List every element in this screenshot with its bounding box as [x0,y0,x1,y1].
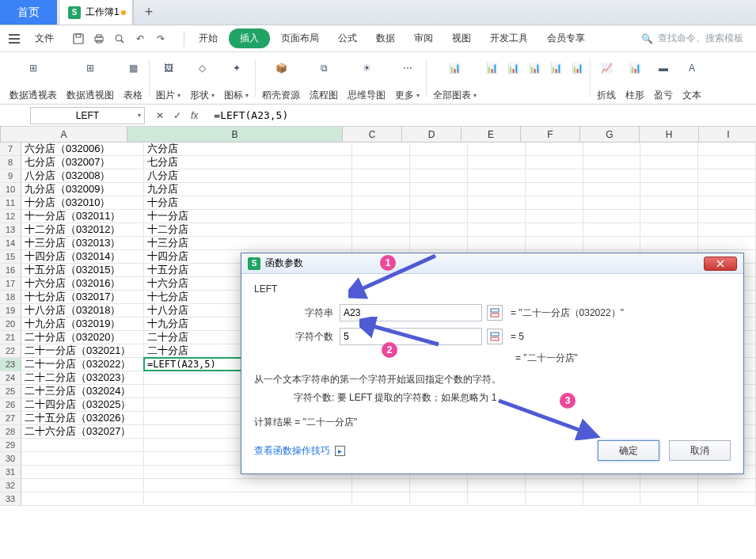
row-header[interactable]: 14 [0,237,21,249]
cell[interactable] [410,143,468,155]
cell[interactable]: 十七分店（032017） [21,291,144,303]
ribbon-tab[interactable]: 开始 [191,29,226,48]
cell[interactable] [352,223,410,236]
param2-input[interactable] [340,328,482,345]
cell[interactable] [698,196,756,209]
cell[interactable] [468,492,526,505]
close-button[interactable] [704,257,737,271]
cell[interactable] [468,479,526,492]
ribbon-tab[interactable]: 插入 [229,29,270,48]
cell[interactable] [352,183,410,196]
cell[interactable] [526,183,583,196]
cell[interactable] [410,169,468,182]
save-icon[interactable] [70,30,87,48]
cell[interactable] [21,439,144,451]
cell[interactable]: 十三分店（032013） [21,237,144,249]
cell[interactable] [640,223,698,236]
column-header[interactable]: C [343,127,402,142]
cell[interactable]: 八分店（032008） [21,169,144,182]
select-all-corner[interactable] [0,127,1,142]
cell[interactable] [468,223,526,236]
ribbon-tab[interactable]: 视图 [444,29,479,48]
ribbon-tab[interactable]: 审阅 [406,29,441,48]
cell[interactable] [583,143,641,155]
cell[interactable]: 二十五分店（032026） [21,412,144,424]
cell[interactable]: 十三分店 [144,237,352,249]
row-header[interactable]: 27 [0,412,21,424]
cell[interactable]: 七分店（032007） [21,156,144,169]
ribbon-tab[interactable]: 会员专享 [539,29,593,48]
cell[interactable] [352,169,410,182]
cell[interactable] [698,156,756,169]
ribbon-group[interactable]: 🖼图片 [151,55,185,102]
column-header[interactable]: E [462,127,521,142]
ribbon-group[interactable]: ⊞数据透视图 [62,55,119,102]
ribbon-tab[interactable]: 页面布局 [273,29,327,48]
cell[interactable] [640,492,698,505]
row-header[interactable]: 16 [0,264,21,276]
cell[interactable]: 二十四分店（032025） [21,398,144,411]
search-box[interactable]: 🔍 查找命令、搜索模板 [641,32,751,45]
name-box[interactable]: LEFT [30,107,145,124]
cell[interactable]: 十一分店 [144,210,352,222]
cell[interactable] [468,169,526,182]
cell[interactable] [144,492,352,505]
cell[interactable] [410,479,468,492]
ribbon-tab[interactable]: 开发工具 [482,29,536,48]
redo-icon[interactable]: ↷ [152,30,169,48]
tab-workbook[interactable]: S 工作簿1 [60,0,133,25]
cell[interactable] [21,466,144,478]
cell[interactable] [640,196,698,209]
cell[interactable]: 十分店（032010） [21,196,144,209]
ribbon-group[interactable]: 📊 [503,55,524,102]
cell[interactable]: 十二分店（032012） [21,223,144,236]
row-header[interactable]: 21 [0,331,21,344]
tab-add[interactable]: + [133,0,165,25]
cell[interactable] [583,210,641,222]
cell[interactable] [583,196,641,209]
cell[interactable] [526,479,583,492]
preview-icon[interactable] [111,30,128,48]
ok-button[interactable]: 确定 [598,440,659,461]
cell[interactable]: 二十一分店（032021） [21,344,144,357]
cell[interactable]: 九分店 [144,183,352,196]
ribbon-group[interactable]: A文本 [678,55,706,102]
row-header[interactable]: 20 [0,318,21,330]
cell[interactable]: 十分店 [144,196,352,209]
cell[interactable] [526,169,583,182]
ribbon-group[interactable]: 📊 [524,55,545,102]
cell[interactable] [583,223,641,236]
row-header[interactable]: 17 [0,277,21,290]
cell[interactable] [410,196,468,209]
ribbon-tab[interactable]: 数据 [368,29,403,48]
row-header[interactable]: 7 [0,143,21,155]
fx-icon[interactable]: fx [191,110,198,121]
column-header[interactable]: D [402,127,462,142]
column-header[interactable]: A [1,127,127,142]
ribbon-group[interactable]: 📈折线 [592,55,621,102]
cancel-fx-icon[interactable]: ✕ [156,110,164,121]
cell[interactable] [410,223,468,236]
dialog-titlebar[interactable]: S 函数参数 [241,253,743,274]
cell[interactable] [640,237,698,249]
cell[interactable] [583,183,641,196]
cell[interactable] [640,210,698,222]
cell[interactable] [583,492,641,505]
ribbon-group[interactable]: ▦表格 [119,55,147,102]
column-header[interactable]: H [640,127,699,142]
ribbon-group[interactable]: 📦稻壳资源 [257,55,305,102]
cell[interactable]: 二十一分店（032022） [21,358,144,371]
column-header[interactable]: B [127,127,343,142]
cell[interactable] [468,196,526,209]
ribbon-tab[interactable]: 公式 [330,29,365,48]
cell[interactable] [698,479,756,492]
cell[interactable]: 六分店 [144,143,352,155]
formula-input[interactable]: =LEFT(A23,5) [209,109,756,121]
ribbon-group[interactable]: ▬盈亏 [649,55,678,102]
hamburger-icon[interactable] [5,34,24,44]
row-header[interactable]: 29 [0,439,21,451]
cell[interactable]: 二十分店（032020） [21,331,144,344]
row-header[interactable]: 9 [0,169,21,182]
cell[interactable] [352,196,410,209]
cell[interactable] [410,156,468,169]
